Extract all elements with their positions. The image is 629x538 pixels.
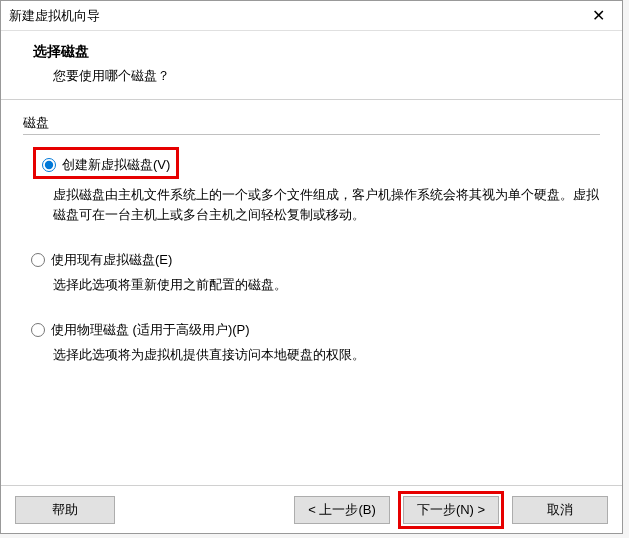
header: 选择磁盘 您要使用哪个磁盘？ [1, 31, 622, 99]
wizard-dialog: 新建虚拟机向导 ✕ 选择磁盘 您要使用哪个磁盘？ 磁盘 创建新虚拟磁盘(V) 虚… [0, 0, 623, 534]
option-label: 使用物理磁盘 (适用于高级用户)(P) [51, 321, 250, 339]
close-icon[interactable]: ✕ [578, 2, 618, 30]
footer-buttons: 帮助 < 上一步(B) 下一步(N) > 取消 [1, 485, 622, 533]
option-description: 虚拟磁盘由主机文件系统上的一个或多个文件组成，客户机操作系统会将其视为单个硬盘。… [31, 185, 600, 225]
radio-existing-disk[interactable]: 使用现有虚拟磁盘(E) [31, 251, 600, 269]
option-existing-disk: 使用现有虚拟磁盘(E) 选择此选项将重新使用之前配置的磁盘。 [23, 251, 600, 295]
option-physical-disk: 使用物理磁盘 (适用于高级用户)(P) 选择此选项将为虚拟机提供直接访问本地硬盘… [23, 321, 600, 365]
radio-input-physical[interactable] [31, 323, 45, 337]
titlebar: 新建虚拟机向导 ✕ [1, 1, 622, 31]
highlight-annotation: 创建新虚拟磁盘(V) [33, 147, 179, 179]
option-label: 使用现有虚拟磁盘(E) [51, 251, 172, 269]
next-button[interactable]: 下一步(N) > [403, 496, 499, 524]
radio-create-disk[interactable]: 创建新虚拟磁盘(V) [42, 156, 170, 174]
window-title: 新建虚拟机向导 [9, 7, 578, 25]
radio-input-existing[interactable] [31, 253, 45, 267]
radio-physical-disk[interactable]: 使用物理磁盘 (适用于高级用户)(P) [31, 321, 600, 339]
option-create-disk: 创建新虚拟磁盘(V) 虚拟磁盘由主机文件系统上的一个或多个文件组成，客户机操作系… [23, 147, 600, 225]
content-area: 磁盘 创建新虚拟磁盘(V) 虚拟磁盘由主机文件系统上的一个或多个文件组成，客户机… [1, 100, 622, 485]
group-label-disk: 磁盘 [23, 114, 600, 132]
back-button[interactable]: < 上一步(B) [294, 496, 390, 524]
help-button[interactable]: 帮助 [15, 496, 115, 524]
page-subtitle: 您要使用哪个磁盘？ [33, 67, 606, 85]
highlight-annotation: 下一步(N) > [398, 491, 504, 529]
divider [23, 134, 600, 135]
option-description: 选择此选项将为虚拟机提供直接访问本地硬盘的权限。 [31, 345, 600, 365]
option-description: 选择此选项将重新使用之前配置的磁盘。 [31, 275, 600, 295]
cancel-button[interactable]: 取消 [512, 496, 608, 524]
option-label: 创建新虚拟磁盘(V) [62, 156, 170, 174]
page-title: 选择磁盘 [33, 43, 606, 61]
radio-input-create[interactable] [42, 158, 56, 172]
